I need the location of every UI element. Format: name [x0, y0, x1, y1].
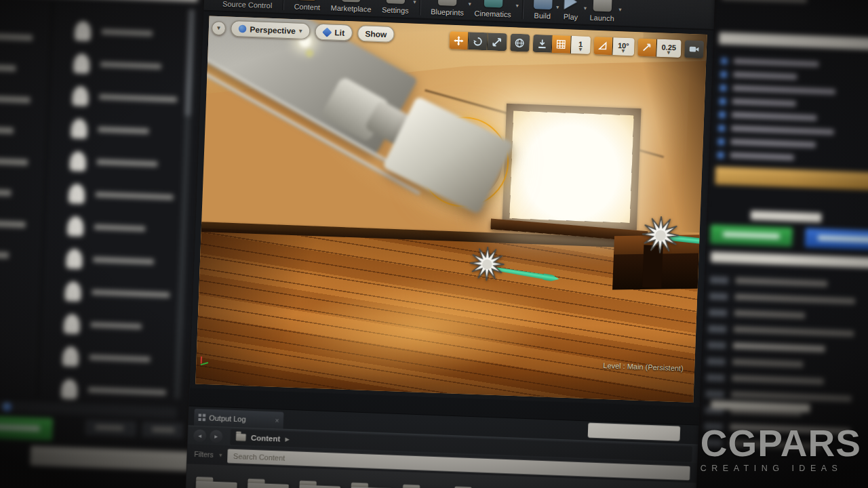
- blueprint-button-blurred[interactable]: [805, 228, 868, 251]
- content-folder[interactable]: [401, 483, 444, 488]
- import-button-blurred[interactable]: [85, 420, 136, 437]
- place-actor-row[interactable]: [54, 84, 186, 121]
- source-control-label: Source Control: [222, 0, 273, 9]
- scale-snap-group: 0.25 ▾: [637, 39, 682, 58]
- light-actor-icon: [64, 281, 81, 302]
- content-folder[interactable]: [453, 485, 496, 488]
- caret-down-icon: ▾: [299, 28, 302, 35]
- content-button[interactable]: Content: [294, 0, 321, 12]
- caret-down-icon[interactable]: ▾: [618, 6, 622, 13]
- selected-gold-row[interactable]: [715, 167, 868, 191]
- build-button[interactable]: Build ▾: [533, 0, 553, 20]
- output-log-search-input[interactable]: [588, 426, 690, 438]
- perspective-button[interactable]: Perspective ▾: [231, 20, 310, 39]
- floor-shadow-left: [195, 228, 357, 390]
- add-component-button-blurred[interactable]: [710, 224, 793, 247]
- content-folder[interactable]: [298, 479, 341, 488]
- camera-prop-mesh[interactable]: [195, 16, 507, 253]
- place-actor-row[interactable]: [52, 149, 184, 186]
- camera-speed-button[interactable]: [684, 40, 704, 58]
- filters-button[interactable]: Filters: [194, 451, 214, 460]
- content-folder[interactable]: [246, 477, 289, 488]
- content-folder[interactable]: [195, 475, 237, 488]
- place-actor-row[interactable]: [46, 312, 178, 349]
- actor-label-blurred: [93, 257, 154, 265]
- back-button[interactable]: ◂: [193, 429, 207, 443]
- close-icon[interactable]: ×: [275, 416, 279, 424]
- level-viewport[interactable]: ▾ Perspective ▾ Lit Show: [190, 12, 714, 407]
- grid-snap-toggle-button[interactable]: [551, 35, 571, 54]
- tilted-editor-ui: Source Control Content Marketplace Setti…: [0, 0, 868, 488]
- rotation-snap-value-button[interactable]: 10° ▾: [612, 37, 634, 56]
- caret-down-icon[interactable]: ▾: [219, 452, 222, 459]
- place-actor-row[interactable]: [45, 344, 177, 382]
- target-point-sprite[interactable]: [641, 215, 681, 255]
- scale-tool-button[interactable]: [487, 33, 507, 51]
- place-category-item[interactable]: [0, 220, 26, 228]
- rotation-snap-group: 10° ▾: [593, 37, 634, 56]
- save-all-button-blurred[interactable]: [142, 422, 183, 439]
- place-actor-list[interactable]: [43, 19, 189, 415]
- grid-snap-value-button[interactable]: 1 ▾: [571, 36, 591, 54]
- place-actor-row[interactable]: [56, 52, 188, 89]
- caret-down-icon[interactable]: ▾: [515, 3, 519, 9]
- actor-name-blurred: [730, 139, 816, 148]
- modes-search-bar[interactable]: [0, 0, 198, 2]
- place-category-item[interactable]: [0, 251, 9, 258]
- place-category-item[interactable]: [0, 157, 28, 165]
- viewport-options-button[interactable]: ▾: [212, 20, 226, 35]
- place-category-item[interactable]: [0, 33, 33, 41]
- source-control-button[interactable]: Source Control: [222, 0, 273, 9]
- move-tool-button[interactable]: [449, 31, 469, 49]
- place-actor-row[interactable]: [51, 182, 183, 219]
- grid-snap-group: 1 ▾: [532, 35, 591, 54]
- scale-snap-value-button[interactable]: 0.25 ▾: [656, 39, 682, 58]
- property-icon: [706, 374, 725, 382]
- place-category-list[interactable]: [0, 33, 46, 285]
- surface-snap-button[interactable]: [532, 35, 552, 53]
- caret-down-icon[interactable]: ▾: [468, 1, 471, 7]
- rotation-snap-toggle-button[interactable]: [593, 37, 613, 55]
- outliner-search-bar[interactable]: [719, 32, 868, 51]
- details-property-list[interactable]: [703, 272, 868, 458]
- place-actor-row[interactable]: [47, 279, 179, 317]
- world-outliner-tree[interactable]: [715, 55, 868, 169]
- cinematics-button[interactable]: Cinematics ▾: [474, 0, 512, 19]
- details-search-blurred[interactable]: [751, 211, 822, 222]
- place-category-item[interactable]: [0, 96, 31, 104]
- launch-button[interactable]: Launch ▾: [589, 0, 614, 22]
- scale-snap-toggle-button[interactable]: [637, 39, 657, 57]
- content-folder[interactable]: [350, 481, 393, 488]
- green-button-blurred[interactable]: [0, 415, 53, 441]
- settings-button[interactable]: Settings ▾: [382, 0, 410, 15]
- rotate-tool-button[interactable]: [468, 32, 488, 50]
- place-category-item[interactable]: [0, 188, 11, 196]
- viewport-scene[interactable]: ▾ Perspective ▾ Lit Show: [195, 16, 707, 403]
- caret-down-icon[interactable]: ▾: [584, 5, 587, 12]
- settings-icon: [387, 0, 406, 4]
- place-actor-row[interactable]: [53, 117, 185, 154]
- play-button[interactable]: Play ▾: [562, 0, 580, 21]
- place-actor-row[interactable]: [50, 214, 182, 251]
- lit-mode-button[interactable]: Lit: [315, 23, 353, 41]
- output-log-search[interactable]: [588, 423, 681, 441]
- place-actor-row[interactable]: [57, 19, 189, 56]
- place-actor-row[interactable]: [48, 247, 180, 284]
- caret-down-icon[interactable]: ▾: [556, 4, 559, 11]
- folder-body: [195, 481, 237, 488]
- target-point-sprite[interactable]: [469, 245, 505, 282]
- launch-label: Launch: [589, 13, 614, 22]
- place-category-item[interactable]: [0, 126, 14, 134]
- marketplace-button[interactable]: Marketplace: [330, 0, 372, 14]
- forward-button[interactable]: ▸: [210, 430, 223, 443]
- place-category-item[interactable]: [0, 64, 16, 72]
- breadcrumb-caret-icon[interactable]: ▶: [285, 436, 290, 443]
- world-local-toggle-button[interactable]: [510, 33, 530, 52]
- property-label-blurred: [732, 359, 804, 367]
- show-label: Show: [365, 29, 387, 39]
- blueprints-button[interactable]: Blueprints ▾: [431, 0, 465, 17]
- show-button[interactable]: Show: [357, 25, 395, 43]
- caret-down-icon[interactable]: ▾: [413, 0, 416, 5]
- actor-icon: [720, 85, 727, 92]
- property-icon: [707, 342, 726, 349]
